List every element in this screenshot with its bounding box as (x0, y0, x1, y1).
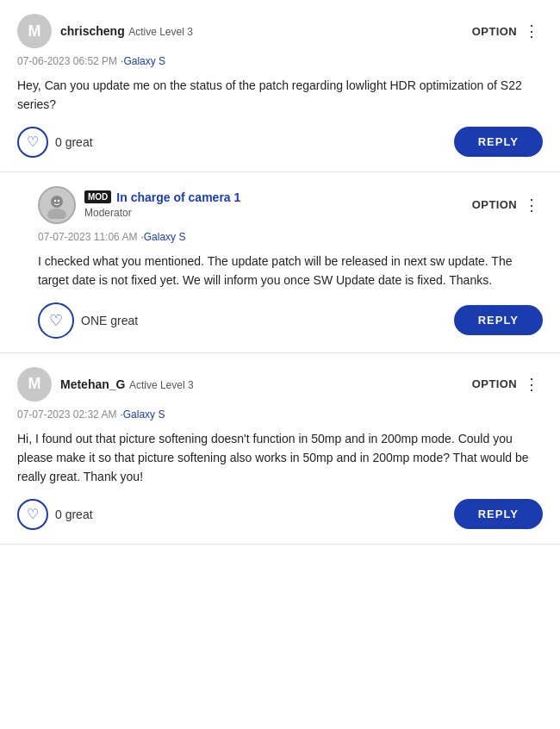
comment-footer-3: ♡ 0 great REPLY (17, 499, 543, 530)
comment-footer: ♡ 0 great REPLY (17, 127, 543, 158)
comment-mod: MOD In charge of camera 1 Moderator OPTI… (0, 172, 560, 353)
great-count: 0 great (55, 135, 93, 149)
more-options-icon[interactable]: ⋮ (520, 20, 543, 42)
option-label[interactable]: OPTION (472, 25, 517, 38)
reply-button-3[interactable]: REPLY (454, 499, 543, 529)
more-options-icon-3[interactable]: ⋮ (520, 373, 543, 396)
option-area[interactable]: OPTION ⋮ (472, 20, 543, 42)
mod-avatar (38, 186, 76, 224)
platform-link-3[interactable]: ·Galaxy S (120, 408, 165, 421)
mod-reply-button[interactable]: REPLY (454, 305, 543, 335)
great-count-3: 0 great (55, 508, 93, 521)
user-meta: chrischeng Active Level 3 (60, 23, 193, 39)
mod-option-label[interactable]: OPTION (472, 198, 517, 211)
mod-great-count: ONE great (81, 314, 138, 327)
mod-timestamp-line: 07-07-2023 11:06 AM ·Galaxy S (38, 231, 543, 243)
great-area: ♡ 0 great (17, 127, 93, 158)
comment-mod-user-info: MOD In charge of camera 1 Moderator (38, 186, 240, 224)
mod-great-button[interactable]: ♡ (38, 302, 74, 339)
comment-1-header: M chrischeng Active Level 3 OPTION ⋮ (17, 14, 543, 48)
option-area-3[interactable]: OPTION ⋮ (472, 373, 543, 396)
comment-body: Hey, Can you update me on the status of … (17, 76, 543, 115)
comment-3-user-info: M Metehan_G Active Level 3 (17, 367, 194, 402)
level-text: Active Level 3 (128, 26, 193, 38)
platform-link[interactable]: ·Galaxy S (121, 55, 165, 67)
comment-1: M chrischeng Active Level 3 OPTION ⋮ 07-… (0, 0, 560, 172)
comment-1-user-info: M chrischeng Active Level 3 (17, 14, 193, 48)
moderator-label: Moderator (84, 207, 132, 219)
timestamp-line-3: 07-07-2023 02:32 AM ·Galaxy S (17, 408, 543, 421)
reply-button[interactable]: REPLY (454, 127, 543, 157)
mod-comment-body: I checked what you mentioned. The update… (38, 252, 543, 290)
username-3: Metehan_G (60, 377, 125, 391)
comment-3-header: M Metehan_G Active Level 3 OPTION ⋮ (17, 367, 543, 402)
avatar-3: M (17, 367, 52, 402)
timestamp: 07-06-2023 06:52 PM (17, 55, 117, 67)
mod-option-area[interactable]: OPTION ⋮ (472, 194, 543, 216)
level-text-3: Active Level 3 (129, 379, 194, 391)
mod-comment-footer: ♡ ONE great REPLY (38, 302, 543, 339)
mod-timestamp: 07-07-2023 11:06 AM (38, 231, 137, 243)
timestamp-3: 07-07-2023 02:32 AM (17, 408, 116, 421)
svg-point-1 (47, 209, 66, 219)
mod-more-options-icon[interactable]: ⋮ (520, 194, 543, 216)
comment-mod-header: MOD In charge of camera 1 Moderator OPTI… (38, 186, 543, 224)
avatar: M (17, 14, 52, 48)
great-button-3[interactable]: ♡ (17, 499, 48, 530)
option-label-3[interactable]: OPTION (472, 377, 517, 390)
mod-user-meta: MOD In charge of camera 1 Moderator (84, 190, 240, 220)
svg-point-2 (54, 200, 56, 202)
comment-3: M Metehan_G Active Level 3 OPTION ⋮ 07-0… (0, 353, 560, 545)
svg-point-0 (51, 196, 63, 208)
great-button[interactable]: ♡ (17, 127, 48, 158)
great-area-3: ♡ 0 great (17, 499, 93, 530)
comment-body-3: Hi, I found out that picture softening d… (17, 429, 543, 487)
mod-platform-link[interactable]: ·Galaxy S (140, 231, 185, 243)
mod-username[interactable]: In charge of camera 1 (116, 190, 240, 204)
mod-great-area: ♡ ONE great (38, 302, 138, 339)
username: chrischeng (60, 24, 125, 38)
mod-badge: MOD (84, 190, 111, 203)
svg-point-3 (58, 200, 59, 202)
timestamp-line: 07-06-2023 06:52 PM ·Galaxy S (17, 55, 543, 67)
user-meta-3: Metehan_G Active Level 3 (60, 377, 194, 392)
